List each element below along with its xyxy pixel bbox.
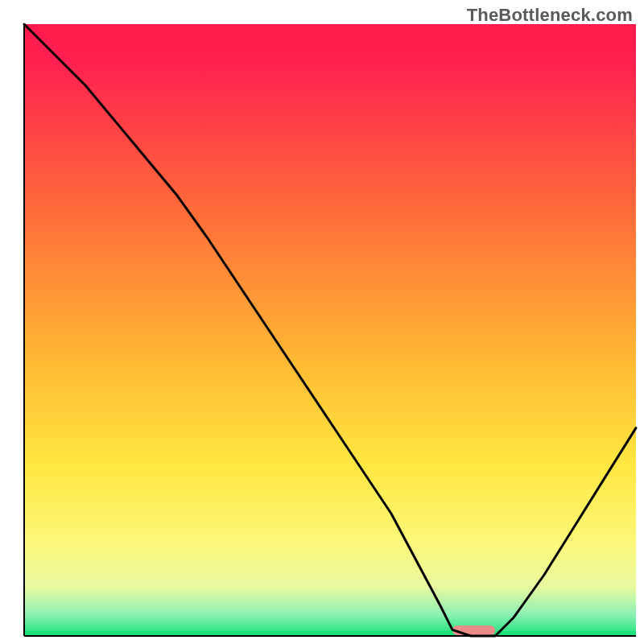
chart-frame: TheBottleneck.com <box>0 0 644 644</box>
bottleneck-chart <box>0 0 644 644</box>
plot-area <box>24 24 636 636</box>
gradient-background <box>24 24 636 636</box>
watermark-text: TheBottleneck.com <box>467 5 633 26</box>
optimum-marker <box>452 625 495 635</box>
